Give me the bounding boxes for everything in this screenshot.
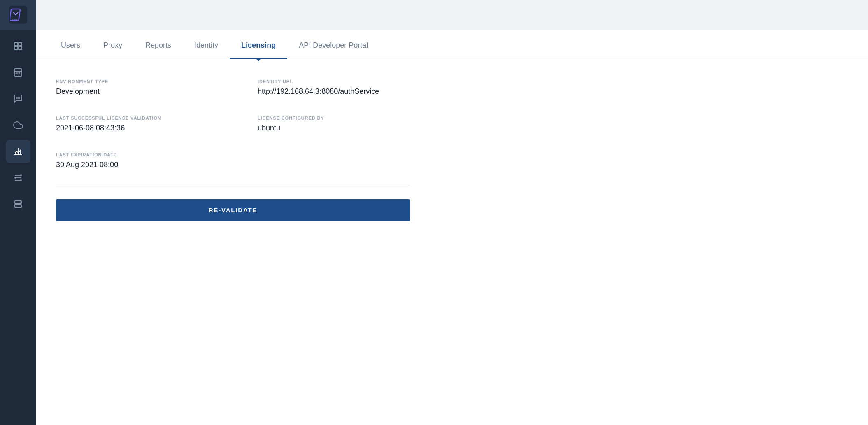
tab-users[interactable]: Users: [49, 33, 92, 59]
environment-type-label: ENVIRONMENT TYPE: [56, 79, 225, 84]
svg-rect-5: [19, 46, 22, 50]
svg-point-19: [20, 174, 22, 176]
identity-url-label: IDENTITY URL: [258, 79, 426, 84]
last-validation-value: 2021-06-08 08:43:36: [56, 124, 225, 132]
info-grid: ENVIRONMENT TYPE Development IDENTITY UR…: [56, 79, 426, 169]
sidebar-item-reports[interactable]: [6, 140, 30, 163]
license-configured-value: ubuntu: [258, 124, 426, 132]
license-configured-block: LICENSE CONFIGURED BY ubuntu: [258, 116, 426, 132]
svg-text:API: API: [15, 72, 20, 74]
sidebar-item-settings[interactable]: [6, 193, 30, 216]
environment-type-block: ENVIRONMENT TYPE Development: [56, 79, 225, 96]
content-area: ENVIRONMENT TYPE Development IDENTITY UR…: [36, 59, 868, 425]
svg-point-25: [20, 202, 21, 203]
svg-rect-2: [14, 42, 18, 46]
sidebar-item-cloud[interactable]: [6, 114, 30, 137]
divider: [56, 186, 410, 186]
license-configured-label: LICENSE CONFIGURED BY: [258, 116, 426, 121]
sidebar-item-tools[interactable]: [6, 166, 30, 189]
sidebar-item-api[interactable]: API: [6, 61, 30, 84]
tab-reports[interactable]: Reports: [134, 33, 183, 59]
tab-identity[interactable]: Identity: [183, 33, 230, 59]
last-validation-block: LAST SUCCESSFUL LICENSE VALIDATION 2021-…: [56, 116, 225, 132]
identity-url-block: IDENTITY URL http://192.168.64.3:8080/au…: [258, 79, 426, 96]
svg-point-20: [14, 177, 16, 179]
tab-api-developer-portal[interactable]: API Developer Portal: [287, 33, 379, 59]
svg-rect-4: [14, 46, 18, 50]
logo[interactable]: MX: [0, 0, 36, 30]
tab-licensing[interactable]: Licensing: [230, 33, 287, 59]
last-validation-label: LAST SUCCESSFUL LICENSE VALIDATION: [56, 116, 225, 121]
environment-type-value: Development: [56, 87, 225, 96]
svg-point-9: [16, 98, 17, 98]
main-area: Users Proxy Reports Identity Licensing A…: [36, 0, 868, 425]
identity-url-value: http://192.168.64.3:8080/authService: [258, 87, 426, 96]
svg-point-11: [19, 98, 20, 98]
sidebar-item-dashboard[interactable]: [6, 35, 30, 58]
nav-tabs: Users Proxy Reports Identity Licensing A…: [36, 30, 868, 59]
sidebar-item-chat[interactable]: [6, 87, 30, 110]
last-expiration-value: 30 Aug 2021 08:00: [56, 160, 225, 169]
svg-point-24: [16, 206, 17, 207]
svg-point-10: [18, 98, 19, 98]
last-expiration-label: LAST EXPIRATION DATE: [56, 152, 225, 157]
last-expiration-block: LAST EXPIRATION DATE 30 Aug 2021 08:00: [56, 152, 225, 169]
logo-icon: MX: [9, 6, 27, 24]
revalidate-button[interactable]: RE-VALIDATE: [56, 199, 410, 221]
svg-rect-3: [19, 42, 22, 46]
svg-text:MX: MX: [12, 19, 18, 22]
licensing-content: ENVIRONMENT TYPE Development IDENTITY UR…: [56, 79, 426, 221]
sidebar: MX API: [0, 0, 36, 425]
top-header: [36, 0, 868, 30]
svg-point-21: [20, 179, 22, 181]
tab-proxy[interactable]: Proxy: [92, 33, 134, 59]
